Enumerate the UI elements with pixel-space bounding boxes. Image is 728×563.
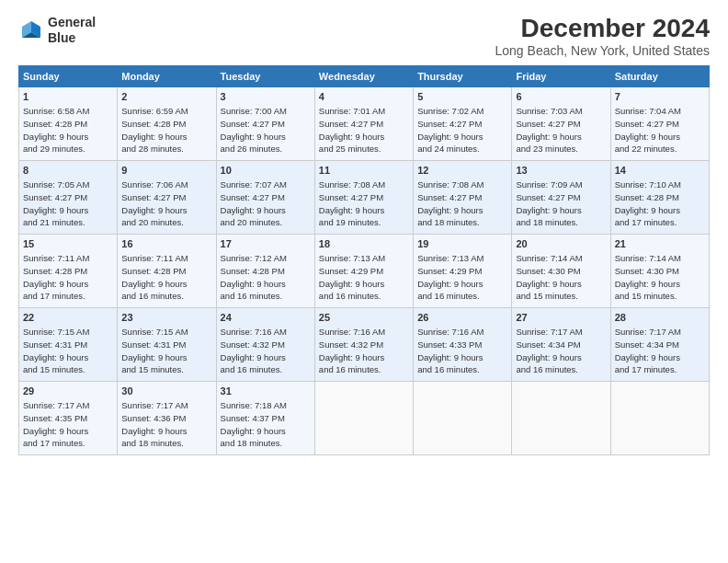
logo-icon (18, 17, 44, 43)
week-row-1: 1Sunrise: 6:58 AM Sunset: 4:28 PM Daylig… (19, 86, 710, 160)
calendar-cell: 2Sunrise: 6:59 AM Sunset: 4:28 PM Daylig… (118, 86, 216, 160)
day-number: 17 (221, 237, 311, 251)
logo-line2: Blue (48, 30, 96, 46)
day-number: 9 (121, 164, 211, 178)
cell-info: Sunrise: 7:02 AM Sunset: 4:27 PM Dayligh… (417, 105, 507, 155)
cell-info: Sunrise: 7:13 AM Sunset: 4:29 PM Dayligh… (319, 252, 409, 303)
calendar-cell (610, 381, 709, 454)
calendar-cell: 12Sunrise: 7:08 AM Sunset: 4:27 PM Dayli… (414, 160, 512, 234)
calendar-cell: 21Sunrise: 7:14 AM Sunset: 4:30 PM Dayli… (610, 234, 709, 307)
logo-text: General Blue (48, 15, 96, 46)
day-number: 16 (121, 237, 211, 251)
day-number: 4 (319, 90, 409, 104)
cell-info: Sunrise: 7:16 AM Sunset: 4:33 PM Dayligh… (417, 326, 507, 376)
cell-info: Sunrise: 7:06 AM Sunset: 4:27 PM Dayligh… (121, 178, 211, 229)
logo: General Blue (18, 15, 96, 46)
cell-info: Sunrise: 7:11 AM Sunset: 4:28 PM Dayligh… (23, 252, 113, 303)
day-number: 26 (417, 311, 507, 325)
calendar-cell: 18Sunrise: 7:13 AM Sunset: 4:29 PM Dayli… (314, 234, 413, 307)
page: General Blue December 2024 Long Beach, N… (0, 0, 728, 563)
day-number: 30 (121, 385, 211, 398)
calendar-cell: 22Sunrise: 7:15 AM Sunset: 4:31 PM Dayli… (19, 307, 118, 381)
calendar-cell (414, 381, 512, 454)
calendar-cell: 28Sunrise: 7:17 AM Sunset: 4:34 PM Dayli… (610, 307, 709, 381)
calendar-cell: 1Sunrise: 6:58 AM Sunset: 4:28 PM Daylig… (19, 86, 118, 160)
day-number: 18 (319, 237, 409, 251)
day-number: 28 (615, 311, 705, 325)
day-number: 15 (23, 237, 113, 251)
day-number: 31 (221, 385, 311, 398)
cell-info: Sunrise: 7:12 AM Sunset: 4:28 PM Dayligh… (221, 252, 311, 303)
day-number: 21 (615, 237, 705, 251)
cell-info: Sunrise: 7:14 AM Sunset: 4:30 PM Dayligh… (615, 252, 705, 303)
calendar-cell: 10Sunrise: 7:07 AM Sunset: 4:27 PM Dayli… (216, 160, 314, 234)
cell-info: Sunrise: 7:17 AM Sunset: 4:34 PM Dayligh… (516, 326, 606, 376)
calendar-cell: 29Sunrise: 7:17 AM Sunset: 4:35 PM Dayli… (19, 381, 118, 454)
cell-info: Sunrise: 7:17 AM Sunset: 4:35 PM Dayligh… (23, 399, 113, 450)
header: General Blue December 2024 Long Beach, N… (18, 15, 710, 58)
cell-info: Sunrise: 7:05 AM Sunset: 4:27 PM Dayligh… (23, 178, 113, 229)
calendar-cell: 23Sunrise: 7:15 AM Sunset: 4:31 PM Dayli… (118, 307, 216, 381)
day-number: 22 (23, 311, 113, 325)
calendar-cell: 9Sunrise: 7:06 AM Sunset: 4:27 PM Daylig… (118, 160, 216, 234)
cell-info: Sunrise: 6:59 AM Sunset: 4:28 PM Dayligh… (121, 105, 211, 155)
calendar-cell: 24Sunrise: 7:16 AM Sunset: 4:32 PM Dayli… (216, 307, 314, 381)
cell-info: Sunrise: 7:15 AM Sunset: 4:31 PM Dayligh… (23, 326, 113, 376)
day-number: 5 (417, 90, 507, 104)
main-title: December 2024 (495, 15, 710, 43)
cell-info: Sunrise: 7:16 AM Sunset: 4:32 PM Dayligh… (221, 326, 311, 376)
cell-info: Sunrise: 7:16 AM Sunset: 4:32 PM Dayligh… (319, 326, 409, 376)
header-row: SundayMondayTuesdayWednesdayThursdayFrid… (19, 65, 710, 86)
cell-info: Sunrise: 7:01 AM Sunset: 4:27 PM Dayligh… (319, 105, 409, 155)
calendar-cell: 13Sunrise: 7:09 AM Sunset: 4:27 PM Dayli… (512, 160, 610, 234)
day-number: 10 (221, 164, 311, 178)
cell-info: Sunrise: 7:08 AM Sunset: 4:27 PM Dayligh… (417, 178, 507, 229)
day-number: 3 (221, 90, 311, 104)
week-row-4: 22Sunrise: 7:15 AM Sunset: 4:31 PM Dayli… (19, 307, 710, 381)
cell-info: Sunrise: 7:17 AM Sunset: 4:34 PM Dayligh… (615, 326, 705, 376)
day-number: 27 (516, 311, 606, 325)
day-number: 12 (417, 164, 507, 178)
calendar-body: 1Sunrise: 6:58 AM Sunset: 4:28 PM Daylig… (19, 86, 710, 454)
day-number: 23 (121, 311, 211, 325)
calendar-cell: 20Sunrise: 7:14 AM Sunset: 4:30 PM Dayli… (512, 234, 610, 307)
calendar-table: SundayMondayTuesdayWednesdayThursdayFrid… (18, 65, 710, 455)
header-cell-sunday: Sunday (19, 65, 118, 86)
calendar-cell: 30Sunrise: 7:17 AM Sunset: 4:36 PM Dayli… (118, 381, 216, 454)
day-number: 7 (615, 90, 705, 104)
calendar-header: SundayMondayTuesdayWednesdayThursdayFrid… (19, 65, 710, 86)
logo-line1: General (48, 15, 96, 30)
cell-info: Sunrise: 7:13 AM Sunset: 4:29 PM Dayligh… (417, 252, 507, 303)
cell-info: Sunrise: 7:03 AM Sunset: 4:27 PM Dayligh… (516, 105, 606, 155)
calendar-cell: 27Sunrise: 7:17 AM Sunset: 4:34 PM Dayli… (512, 307, 610, 381)
calendar-cell: 14Sunrise: 7:10 AM Sunset: 4:28 PM Dayli… (610, 160, 709, 234)
cell-info: Sunrise: 7:14 AM Sunset: 4:30 PM Dayligh… (516, 252, 606, 303)
subtitle: Long Beach, New York, United States (495, 43, 710, 58)
day-number: 19 (417, 237, 507, 251)
cell-info: Sunrise: 7:10 AM Sunset: 4:28 PM Dayligh… (615, 178, 705, 229)
day-number: 24 (221, 311, 311, 325)
calendar-cell: 25Sunrise: 7:16 AM Sunset: 4:32 PM Dayli… (314, 307, 413, 381)
calendar-cell: 11Sunrise: 7:08 AM Sunset: 4:27 PM Dayli… (314, 160, 413, 234)
calendar-cell: 3Sunrise: 7:00 AM Sunset: 4:27 PM Daylig… (216, 86, 314, 160)
day-number: 25 (319, 311, 409, 325)
calendar-cell (314, 381, 413, 454)
cell-info: Sunrise: 7:15 AM Sunset: 4:31 PM Dayligh… (121, 326, 211, 376)
cell-info: Sunrise: 6:58 AM Sunset: 4:28 PM Dayligh… (23, 105, 113, 155)
header-cell-friday: Friday (512, 65, 610, 86)
calendar-cell: 31Sunrise: 7:18 AM Sunset: 4:37 PM Dayli… (216, 381, 314, 454)
day-number: 6 (516, 90, 606, 104)
day-number: 11 (319, 164, 409, 178)
day-number: 8 (23, 164, 113, 178)
calendar-cell: 26Sunrise: 7:16 AM Sunset: 4:33 PM Dayli… (414, 307, 512, 381)
calendar-cell: 19Sunrise: 7:13 AM Sunset: 4:29 PM Dayli… (414, 234, 512, 307)
cell-info: Sunrise: 7:18 AM Sunset: 4:37 PM Dayligh… (221, 399, 311, 450)
cell-info: Sunrise: 7:17 AM Sunset: 4:36 PM Dayligh… (121, 399, 211, 450)
day-number: 13 (516, 164, 606, 178)
week-row-2: 8Sunrise: 7:05 AM Sunset: 4:27 PM Daylig… (19, 160, 710, 234)
header-cell-thursday: Thursday (414, 65, 512, 86)
cell-info: Sunrise: 7:04 AM Sunset: 4:27 PM Dayligh… (615, 105, 705, 155)
day-number: 2 (121, 90, 211, 104)
calendar-cell: 15Sunrise: 7:11 AM Sunset: 4:28 PM Dayli… (19, 234, 118, 307)
cell-info: Sunrise: 7:07 AM Sunset: 4:27 PM Dayligh… (221, 178, 311, 229)
